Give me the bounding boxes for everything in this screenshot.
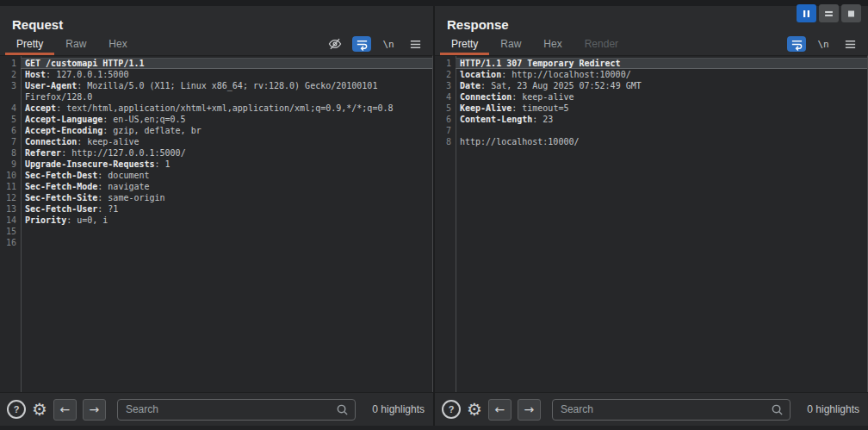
header-name: Priority: [25, 215, 66, 225]
line-number: 1: [0, 58, 21, 69]
help-icon[interactable]: ?: [442, 400, 461, 419]
line-text[interactable]: http://localhost:10000/: [456, 136, 867, 147]
code-editor[interactable]: 1GET /customapi HTTP/1.12Host: 127.0.0.1…: [0, 55, 433, 392]
menu-icon[interactable]: [406, 36, 425, 52]
header-value: : timeout=5: [512, 103, 568, 113]
header-name: Connection: [460, 92, 512, 102]
tab-raw[interactable]: Raw: [54, 34, 97, 55]
line-text[interactable]: Content-Length: 23: [456, 114, 867, 125]
code-line: 4Accept: text/html,application/xhtml+xml…: [0, 103, 432, 114]
code-line: 2location: http://localhost:10000/: [435, 69, 867, 80]
newline-label: \n: [817, 39, 828, 50]
line-text[interactable]: Accept-Encoding: gzip, deflate, br: [21, 125, 432, 136]
find-next-button[interactable]: →: [518, 399, 541, 421]
header-value: : 23: [532, 115, 553, 124]
header-value: : keep-alive: [512, 92, 574, 102]
pause-button[interactable]: [797, 4, 816, 22]
editor-toolbar-icons: \n: [326, 36, 425, 55]
code-editor[interactable]: 1HTTP/1.1 307 Temporary Redirect2locatio…: [435, 55, 868, 392]
find-previous-button[interactable]: ←: [53, 399, 77, 421]
line-text[interactable]: Date: Sat, 23 Aug 2025 07:52:49 GMT: [456, 80, 867, 91]
gear-icon[interactable]: ⚙: [467, 401, 482, 418]
highlights-count: 0 highlights: [797, 403, 859, 415]
line-text[interactable]: Connection: keep-alive: [21, 136, 432, 147]
header-name: Host: [25, 70, 46, 79]
code-line: 15: [0, 226, 432, 237]
header-value: : text/html,application/xhtml+xml,applic…: [56, 103, 393, 113]
header-name: Sec-Fetch-Site: [25, 193, 97, 203]
line-text[interactable]: Sec-Fetch-Dest: document: [21, 170, 432, 181]
find-previous-button[interactable]: ←: [488, 399, 512, 421]
menu-icon[interactable]: [840, 36, 859, 52]
line-text[interactable]: [21, 237, 432, 248]
search-input[interactable]: [117, 399, 356, 421]
line-text[interactable]: User-Agent: Mozilla/5.0 (X11; Linux x86_…: [21, 80, 432, 103]
wrap-icon[interactable]: [787, 36, 806, 52]
line-text[interactable]: Sec-Fetch-Mode: navigate: [21, 181, 432, 192]
tab-pretty[interactable]: Pretty: [5, 34, 54, 55]
request-find-bar: ? ⚙ ← → 0 highlights: [0, 392, 433, 426]
header-name: Keep-Alive: [460, 103, 512, 113]
line-text[interactable]: location: http://localhost:10000/: [456, 69, 867, 80]
header-value: : Sat, 23 Aug 2025 07:52:49 GMT: [480, 81, 642, 90]
header-name: Sec-Fetch-Dest: [25, 171, 97, 180]
header-name: Sec-Fetch-User: [25, 204, 97, 214]
line-number: 3: [0, 80, 21, 103]
line-text[interactable]: Sec-Fetch-Site: same-origin: [21, 192, 432, 203]
header-value: : 127.0.0.1:5000: [46, 70, 128, 79]
layout-rows-button[interactable]: [819, 4, 839, 22]
newline-icon[interactable]: \n: [379, 36, 398, 52]
window-controls: [797, 4, 861, 22]
tab-bar: PrettyRawHex: [5, 34, 139, 55]
line-number: 16: [0, 237, 21, 248]
newline-icon[interactable]: \n: [814, 36, 833, 52]
line-number: 2: [0, 69, 21, 80]
tab-pretty[interactable]: Pretty: [440, 34, 489, 55]
tab-hex[interactable]: Hex: [97, 34, 138, 55]
tab-hex[interactable]: Hex: [532, 34, 573, 55]
line-text[interactable]: Sec-Fetch-User: ?1: [21, 203, 432, 215]
line-number: 6: [0, 125, 21, 136]
help-icon[interactable]: ?: [7, 400, 26, 419]
line-text[interactable]: Host: 127.0.0.1:5000: [21, 69, 432, 80]
header-value: : u=0, i: [66, 215, 108, 225]
search-input[interactable]: [552, 399, 790, 421]
tab-render[interactable]: Render: [574, 34, 629, 55]
newline-label: \n: [382, 39, 394, 50]
line-text[interactable]: Accept-Language: en-US,en;q=0.5: [21, 114, 432, 125]
code-line: 6Accept-Encoding: gzip, deflate, br: [0, 125, 432, 136]
header-name: Date: [460, 81, 480, 90]
layout-square-button[interactable]: [841, 4, 861, 22]
line-number: 14: [0, 215, 21, 226]
header-name: location: [460, 70, 501, 79]
line-text[interactable]: Upgrade-Insecure-Requests: 1: [21, 159, 432, 170]
gear-icon[interactable]: ⚙: [32, 401, 47, 418]
code-line: 6Content-Length: 23: [435, 114, 867, 125]
code-line: 13Sec-Fetch-User: ?1: [0, 203, 432, 215]
line-text[interactable]: Accept: text/html,application/xhtml+xml,…: [21, 103, 432, 114]
bottom-strip: [0, 426, 868, 430]
line-number: 15: [0, 226, 21, 237]
line-text[interactable]: [21, 226, 432, 237]
line-text[interactable]: GET /customapi HTTP/1.1: [21, 58, 432, 69]
find-next-button[interactable]: →: [83, 399, 106, 421]
code-line: 8Referer: http://127.0.0.1:5000/: [0, 147, 432, 159]
code-line: 12Sec-Fetch-Site: same-origin: [0, 192, 432, 203]
tab-bar: PrettyRawHexRender: [440, 34, 629, 55]
line-number: 5: [435, 103, 456, 114]
line-number: 4: [435, 91, 456, 103]
code-line: 7Connection: keep-alive: [0, 136, 432, 147]
eye-off-icon[interactable]: [326, 36, 344, 52]
line-text[interactable]: Referer: http://127.0.0.1:5000/: [21, 147, 432, 159]
line-text[interactable]: Connection: keep-alive: [456, 91, 867, 103]
line-text[interactable]: HTTP/1.1 307 Temporary Redirect: [456, 58, 867, 69]
editor-toolbar-icons: \n: [787, 36, 859, 55]
line-text[interactable]: Priority: u=0, i: [21, 215, 432, 226]
line-text[interactable]: [456, 125, 867, 136]
wrap-icon[interactable]: [352, 36, 371, 52]
line-text[interactable]: Keep-Alive: timeout=5: [456, 103, 867, 114]
header-value: : http://127.0.0.1:5000/: [61, 148, 186, 158]
tab-raw[interactable]: Raw: [489, 34, 532, 55]
line-number: 3: [435, 80, 456, 91]
top-strip: [0, 0, 868, 6]
